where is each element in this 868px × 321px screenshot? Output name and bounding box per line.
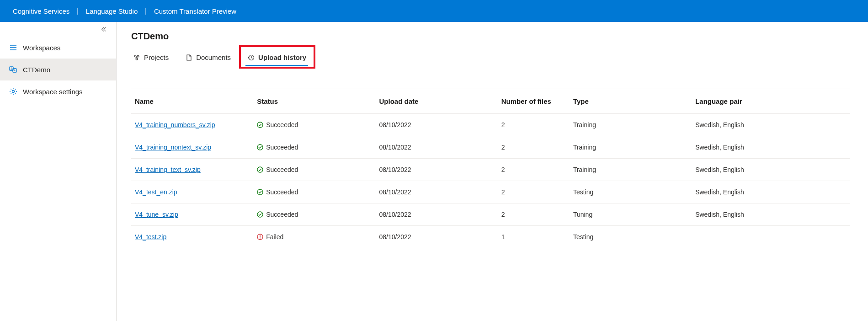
cell-status: Succeeded: [253, 114, 375, 136]
cell-upload-date: 08/10/2022: [375, 136, 497, 159]
sidebar-item-workspaces[interactable]: Workspaces: [0, 37, 116, 59]
documents-icon: [185, 54, 192, 61]
sidebar-item-label: Workspace settings: [23, 88, 83, 96]
column-header-upload-date[interactable]: Upload date: [375, 89, 497, 114]
cell-status: Succeeded: [253, 136, 375, 159]
column-header-language-pair[interactable]: Language pair: [692, 89, 850, 114]
table-row: V4_test_en.zipSucceeded08/10/20222Testin…: [131, 181, 850, 203]
table-row: V4_tune_sv.zipSucceeded08/10/20222Tuning…: [131, 203, 850, 226]
file-link[interactable]: V4_training_nontext_sv.zip: [135, 144, 211, 151]
table-row: V4_training_nontext_sv.zipSucceeded08/10…: [131, 136, 850, 159]
success-icon: [257, 122, 263, 128]
svg-text:A: A: [14, 69, 16, 72]
table-row: V4_test.zipFailed08/10/20221Testing: [131, 226, 850, 248]
projects-icon: [133, 54, 140, 61]
svg-point-4: [12, 91, 15, 93]
cell-upload-date: 08/10/2022: [375, 159, 497, 181]
translate-icon: あA: [9, 65, 17, 74]
sidebar-item-label: CTDemo: [23, 66, 50, 74]
svg-point-12: [257, 189, 263, 195]
topbar-separator: |: [77, 7, 79, 15]
cell-language-pair: Swedish, English: [692, 114, 850, 136]
cell-type: Tuning: [570, 203, 692, 226]
topbar-separator: |: [145, 7, 147, 15]
upload-history-table: NameStatusUpload dateNumber of filesType…: [131, 89, 850, 248]
cell-number-of-files: 2: [498, 114, 570, 136]
error-icon: [257, 234, 263, 240]
cell-name: V4_test.zip: [131, 226, 253, 248]
cell-language-pair: Swedish, English: [692, 203, 850, 226]
column-header-number-of-files[interactable]: Number of files: [498, 89, 570, 114]
file-link[interactable]: V4_training_text_sv.zip: [135, 166, 201, 173]
cell-upload-date: 08/10/2022: [375, 203, 497, 226]
cell-type: Testing: [570, 226, 692, 248]
column-header-type[interactable]: Type: [570, 89, 692, 114]
tabs: ProjectsDocumentsUpload history: [131, 50, 850, 66]
cell-status: Succeeded: [253, 159, 375, 181]
tab-upload-history[interactable]: Upload history: [245, 50, 308, 66]
svg-point-9: [257, 122, 263, 128]
cell-language-pair: Swedish, English: [692, 159, 850, 181]
cell-name: V4_training_numbers_sv.zip: [131, 114, 253, 136]
topbar-link-custom-translator[interactable]: Custom Translator Preview: [154, 7, 236, 15]
success-icon: [257, 189, 263, 195]
highlight-annotation: Upload history: [239, 45, 315, 69]
status-text: Succeeded: [266, 211, 298, 218]
column-header-name[interactable]: Name: [131, 89, 253, 114]
file-link[interactable]: V4_test.zip: [135, 233, 166, 241]
cell-number-of-files: 2: [498, 181, 570, 203]
list-icon: [9, 43, 17, 52]
status-text: Succeeded: [266, 188, 298, 196]
svg-text:あ: あ: [11, 67, 13, 70]
tab-projects[interactable]: Projects: [131, 50, 170, 66]
cell-status: Failed: [253, 226, 375, 248]
sidebar-collapse-button[interactable]: [0, 22, 116, 37]
status-text: Succeeded: [266, 144, 298, 151]
cell-language-pair: Swedish, English: [692, 181, 850, 203]
sidebar-item-label: Workspaces: [23, 44, 60, 52]
status-text: Failed: [266, 233, 283, 241]
success-icon: [257, 211, 263, 218]
svg-point-11: [257, 167, 263, 172]
svg-point-10: [257, 144, 263, 150]
cell-upload-date: 08/10/2022: [375, 226, 497, 248]
cell-name: V4_training_nontext_sv.zip: [131, 136, 253, 159]
topbar-link-language-studio[interactable]: Language Studio: [86, 7, 138, 15]
cell-number-of-files: 2: [498, 136, 570, 159]
gear-icon: [9, 87, 17, 96]
table-row: V4_training_text_sv.zipSucceeded08/10/20…: [131, 159, 850, 181]
cell-status: Succeeded: [253, 181, 375, 203]
topbar-link-cognitive-services[interactable]: Cognitive Services: [13, 7, 69, 15]
svg-point-13: [257, 212, 263, 217]
sidebar-item-ctdemo[interactable]: あACTDemo: [0, 59, 116, 80]
cell-type: Training: [570, 159, 692, 181]
cell-language-pair: [692, 226, 850, 248]
cell-upload-date: 08/10/2022: [375, 114, 497, 136]
cell-status: Succeeded: [253, 203, 375, 226]
cell-upload-date: 08/10/2022: [375, 181, 497, 203]
chevron-left-double-icon: [101, 26, 107, 32]
column-header-status[interactable]: Status: [253, 89, 375, 114]
cell-language-pair: Swedish, English: [692, 136, 850, 159]
tab-label: Documents: [196, 54, 231, 61]
tab-documents[interactable]: Documents: [183, 50, 233, 66]
sidebar-item-workspace-settings[interactable]: Workspace settings: [0, 80, 116, 102]
file-link[interactable]: V4_training_numbers_sv.zip: [135, 121, 215, 128]
tab-label: Upload history: [258, 54, 306, 61]
file-link[interactable]: V4_tune_sv.zip: [135, 211, 178, 218]
tab-label: Projects: [144, 54, 169, 61]
cell-number-of-files: 2: [498, 159, 570, 181]
file-link[interactable]: V4_test_en.zip: [135, 188, 177, 196]
status-text: Succeeded: [266, 166, 298, 173]
svg-point-6: [137, 55, 139, 57]
table-row: V4_training_numbers_sv.zipSucceeded08/10…: [131, 114, 850, 136]
status-text: Succeeded: [266, 121, 298, 128]
success-icon: [257, 166, 263, 173]
cell-number-of-files: 1: [498, 226, 570, 248]
cell-type: Training: [570, 136, 692, 159]
history-icon: [247, 54, 255, 61]
cell-name: V4_test_en.zip: [131, 181, 253, 203]
cell-number-of-files: 2: [498, 203, 570, 226]
success-icon: [257, 144, 263, 150]
page-title: CTDemo: [131, 31, 850, 42]
